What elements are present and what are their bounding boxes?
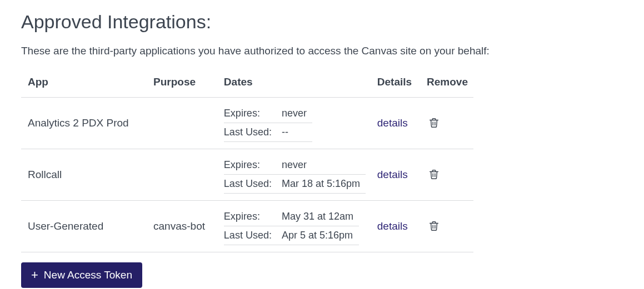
remove-button[interactable] (427, 167, 441, 181)
new-access-token-label: New Access Token (44, 269, 132, 281)
remove-button[interactable] (427, 219, 441, 233)
cell-details: details (372, 201, 421, 252)
cell-dates: Expires: May 31 at 12am Last Used: Apr 5… (218, 201, 372, 252)
cell-dates: Expires: never Last Used: Mar 18 at 5:16… (218, 149, 372, 201)
expires-value: never (282, 156, 366, 175)
last-used-value: Apr 5 at 5:16pm (282, 226, 359, 245)
last-used-value: Mar 18 at 5:16pm (282, 175, 366, 194)
cell-app: Analytics 2 PDX Prod (21, 98, 148, 149)
col-header-details: Details (372, 70, 421, 98)
last-used-label: Last Used: (224, 123, 282, 142)
table-row: User-Generated canvas-bot Expires: May 3… (21, 201, 473, 252)
expires-value: never (282, 104, 312, 123)
last-used-value: -- (282, 123, 312, 142)
details-link[interactable]: details (377, 169, 408, 180)
table-row: Analytics 2 PDX Prod Expires: never Last… (21, 98, 473, 149)
cell-app: User-Generated (21, 201, 148, 252)
cell-remove (421, 149, 473, 201)
details-link[interactable]: details (377, 220, 408, 232)
integrations-table: App Purpose Dates Details Remove Analyti… (21, 70, 473, 252)
cell-remove (421, 201, 473, 252)
expires-label: Expires: (224, 207, 282, 226)
new-access-token-button[interactable]: + New Access Token (21, 262, 142, 288)
expires-value: May 31 at 12am (282, 207, 359, 226)
last-used-label: Last Used: (224, 175, 282, 194)
expires-label: Expires: (224, 156, 282, 175)
col-header-remove: Remove (421, 70, 473, 98)
page-description: These are the third-party applications y… (21, 45, 623, 57)
col-header-dates: Dates (218, 70, 372, 98)
trash-icon (428, 220, 440, 232)
page-title: Approved Integrations: (21, 11, 623, 33)
cell-dates: Expires: never Last Used: -- (218, 98, 372, 149)
trash-icon (428, 116, 440, 129)
col-header-app: App (21, 70, 148, 98)
remove-button[interactable] (427, 115, 441, 130)
last-used-label: Last Used: (224, 226, 282, 245)
cell-app: Rollcall (21, 149, 148, 201)
col-header-purpose: Purpose (148, 70, 218, 98)
cell-purpose (148, 149, 218, 201)
cell-details: details (372, 98, 421, 149)
table-row: Rollcall Expires: never Last Used: Mar 1… (21, 149, 473, 201)
cell-purpose (148, 98, 218, 149)
expires-label: Expires: (224, 104, 282, 123)
cell-details: details (372, 149, 421, 201)
cell-remove (421, 98, 473, 149)
cell-purpose: canvas-bot (148, 201, 218, 252)
trash-icon (428, 168, 440, 180)
details-link[interactable]: details (377, 117, 408, 129)
plus-icon: + (31, 269, 38, 281)
